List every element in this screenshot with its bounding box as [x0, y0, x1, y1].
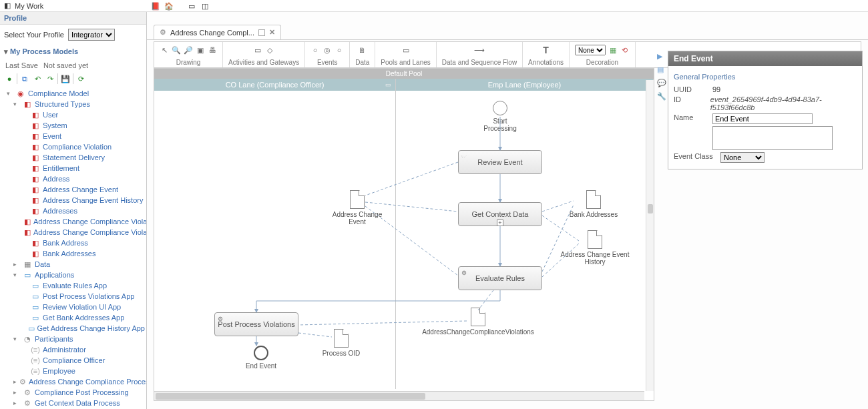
pool-icon[interactable]: ▭ — [401, 45, 411, 55]
undo-icon[interactable]: ↶ — [32, 73, 43, 84]
tree-item[interactable]: ▭Evaluate Rules App — [5, 280, 146, 291]
list-icon[interactable]: ▤ — [657, 65, 666, 75]
tree-item[interactable]: ◧User — [5, 109, 146, 120]
description-field[interactable] — [712, 126, 833, 150]
pal-events: ○ ◎ ○ Events — [305, 42, 350, 67]
diagram-canvas[interactable]: Default Pool CO Lane (Compliance Officer… — [154, 68, 654, 401]
print-icon[interactable]: 🖶 — [208, 45, 217, 55]
tree-data[interactable]: ▸▦Data — [5, 259, 146, 270]
save-icon[interactable]: 💾 — [60, 73, 71, 84]
pal-pools: ▭ Pools and Lanes — [375, 42, 437, 67]
tree-item[interactable]: ◧Address Change Event History — [5, 195, 146, 206]
tree-item[interactable]: ▭Get Bank Addresses App — [5, 312, 146, 323]
deco-remove-icon[interactable]: ⟲ — [620, 45, 630, 55]
models-header[interactable]: My Process Models — [0, 45, 146, 59]
maximize-icon[interactable] — [258, 29, 265, 36]
chat-icon[interactable]: 💬 — [657, 79, 666, 88]
tree-participants[interactable]: ▾◔Participants — [5, 334, 146, 344]
deco-apply-icon[interactable]: ▦ — [608, 45, 618, 55]
profile-select-row: Select Your Profile Integrator — [0, 25, 146, 45]
wrench-icon[interactable]: 🔧 — [657, 92, 666, 101]
properties-title: End Event — [668, 51, 862, 66]
left-sidebar: Profile Select Your Profile Integrator M… — [0, 12, 147, 409]
add-icon[interactable]: ● — [4, 73, 15, 84]
pool-header[interactable]: Default Pool — [154, 69, 654, 79]
task-icon[interactable]: ▭ — [253, 45, 262, 55]
zoom-in-icon[interactable]: 🔍 — [172, 45, 181, 55]
tree-item[interactable]: ◧Address Change Compliance Violation — [5, 216, 146, 227]
data-bank-addresses[interactable]: Bank Addresses — [567, 190, 620, 218]
profile-select[interactable]: Integrator — [68, 29, 115, 41]
layout-single-icon[interactable]: ▭ — [186, 1, 197, 11]
tab-address-change[interactable]: ⚙ Address Change Compl... ✕ — [154, 25, 281, 39]
redo-icon[interactable]: ↷ — [45, 73, 55, 84]
tree-process[interactable]: ▸⚙Get Context Data Process — [5, 398, 146, 408]
intermediate-event-icon[interactable]: ◎ — [322, 45, 332, 55]
lane-co-header[interactable]: CO Lane (Compliance Officer)▭ — [154, 79, 395, 91]
canvas-vscroll[interactable] — [646, 80, 654, 391]
tree-item[interactable]: ◧System — [5, 120, 146, 131]
tree-item[interactable]: ◧Address — [5, 173, 146, 184]
data-object-icon[interactable]: 🗎 — [358, 45, 367, 55]
tree-structured-types[interactable]: ▾◧Structured Types — [5, 99, 146, 109]
gateway-icon[interactable]: ◇ — [265, 45, 274, 55]
tree-process[interactable]: ▸⚙Address Change Compliance Process — [5, 376, 146, 387]
tree-item[interactable]: ◧Compliance Violation — [5, 141, 146, 152]
tree-process[interactable]: ▸⚙Compliance Post Processing — [5, 387, 146, 398]
tree-applications[interactable]: ▾▭Applications — [5, 270, 146, 280]
eventclass-select[interactable]: None — [720, 152, 765, 163]
lane-collapse-icon[interactable]: ▭ — [385, 81, 391, 88]
name-field[interactable] — [712, 113, 813, 124]
node-evaluate-rules[interactable]: ⚙ Evaluate Rules — [458, 266, 542, 290]
end-event-icon[interactable]: ○ — [335, 45, 344, 55]
close-icon[interactable]: ✕ — [269, 28, 275, 37]
lane-emp-header[interactable]: Emp Lane (Employee) — [396, 79, 653, 91]
tree-item[interactable]: ▭Post Process Violations App — [5, 291, 146, 302]
layout-split-icon[interactable]: ◫ — [200, 1, 210, 11]
tree-item[interactable]: ◧Bank Addresses — [5, 248, 146, 259]
play-icon[interactable]: ▶ — [657, 52, 666, 61]
home-icon[interactable]: 🏠 — [164, 1, 174, 11]
last-save-value: Not saved yet — [43, 61, 88, 69]
node-get-context-data[interactable]: Get Context Data + — [458, 202, 542, 226]
pointer-icon[interactable]: ↖ — [160, 45, 169, 55]
tree-item[interactable]: (≡)Employee — [5, 366, 146, 376]
tree-item[interactable]: ◧Entitlement — [5, 163, 146, 173]
tree-item[interactable]: ◧Addresses — [5, 206, 146, 216]
tree-item[interactable]: ◧Address Change Event — [5, 184, 146, 195]
tree-item[interactable]: (≡)Administrator — [5, 344, 146, 355]
tree-item[interactable]: ◧Event — [5, 131, 146, 141]
flow-icon[interactable]: ⟶ — [475, 45, 484, 55]
text-icon[interactable]: T — [541, 45, 551, 55]
hand-icon: ☞ — [461, 153, 467, 160]
data-ace-history[interactable]: Address Change Event History — [555, 230, 635, 266]
main-area: ⚙ Address Change Compl... ✕ ↖ 🔍 🔎 ▣ 🖶 Dr… — [147, 12, 868, 409]
fit-icon[interactable]: ▣ — [196, 45, 205, 55]
book-icon[interactable]: 📕 — [150, 1, 161, 11]
data-address-change-event[interactable]: Address Change Event — [331, 190, 384, 226]
tree-item[interactable]: ▭Get Address Change History App — [5, 323, 146, 334]
tree-item[interactable]: ◧Statement Delivery — [5, 152, 146, 163]
canvas-hscroll[interactable] — [154, 391, 644, 400]
start-event-icon[interactable]: ○ — [310, 45, 320, 55]
tree-item[interactable]: ◧Address Change Compliance Violations — [5, 227, 146, 238]
profile-header: Profile — [0, 12, 146, 25]
zoom-out-icon[interactable]: 🔎 — [184, 45, 193, 55]
refresh-icon[interactable]: ⟳ — [75, 73, 86, 84]
model-tree: ▾◉Compliance Model ▾◧Structured Types ◧U… — [0, 85, 146, 409]
decoration-select[interactable]: None — [575, 45, 606, 55]
properties-panel: End Event General Properties UUID 99 ID … — [668, 51, 863, 169]
node-review-event[interactable]: ☞ Review Event — [458, 150, 542, 174]
window-title: My Work — [15, 2, 43, 10]
tree-item[interactable]: (≡)Compliance Officer — [5, 355, 146, 366]
node-end-event[interactable]: End Event — [241, 346, 281, 370]
tree-item[interactable]: ◧Bank Address — [5, 238, 146, 248]
tree-item[interactable]: ▭Review Violation UI App — [5, 302, 146, 312]
tree-root[interactable]: ▾◉Compliance Model — [5, 88, 146, 99]
data-process-oid[interactable]: Process OID — [314, 329, 368, 357]
copy-icon[interactable]: ⧉ — [19, 73, 30, 84]
node-post-process-violations[interactable]: ⚙ Post Process Violations — [214, 312, 298, 336]
node-start-processing[interactable]: Start Processing — [480, 101, 520, 132]
pal-decoration: None ▦ ⟲ Decoration — [570, 42, 636, 67]
data-accv[interactable]: AddressChangeComplianceViolations — [421, 308, 535, 336]
